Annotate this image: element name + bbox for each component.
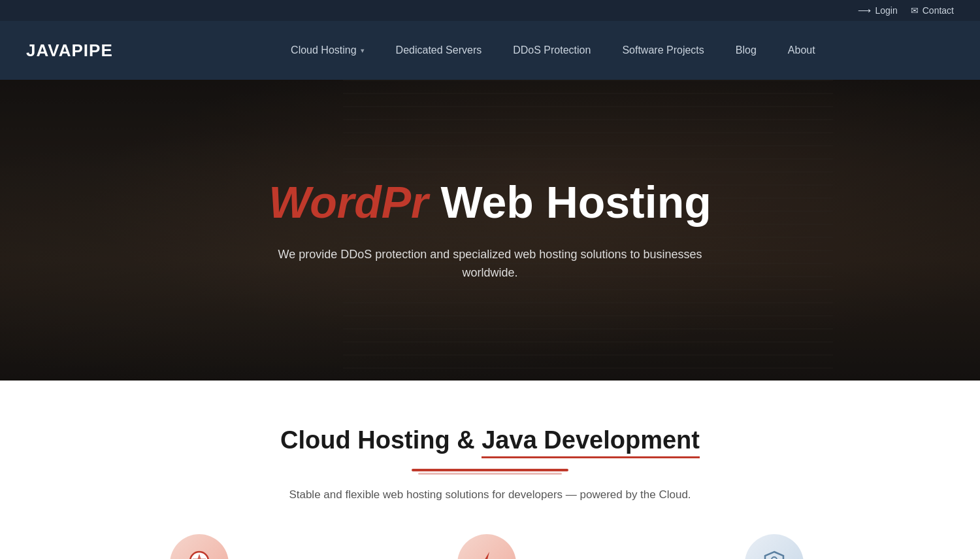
section-title: Cloud Hosting & Java Development	[26, 426, 954, 454]
award-icon	[184, 548, 215, 559]
svg-rect-0	[412, 469, 568, 471]
title-underline-decoration	[405, 467, 575, 477]
nav-about[interactable]: About	[772, 21, 831, 80]
nav-software-projects-label: Software Projects	[622, 44, 704, 56]
section-title-main: Cloud Hosting &	[280, 426, 482, 454]
shield-icon	[759, 548, 790, 559]
hero-title: WordPr Web Hosting	[261, 178, 719, 227]
hero-content: WordPr Web Hosting We provide DDoS prote…	[248, 178, 732, 282]
hero-section: WordPr Web Hosting We provide DDoS prote…	[0, 80, 980, 381]
nav-dedicated-servers-label: Dedicated Servers	[396, 44, 482, 56]
login-link[interactable]: ⟶ Login	[858, 5, 897, 16]
nav-dedicated-servers[interactable]: Dedicated Servers	[380, 21, 498, 80]
svg-rect-1	[418, 473, 562, 475]
card-2-icon	[457, 534, 516, 559]
nav-cloud-hosting[interactable]: Cloud Hosting	[275, 21, 380, 80]
hosting-section: Cloud Hosting & Java Development Stable …	[0, 381, 980, 559]
card-1	[170, 534, 235, 559]
top-bar: ⟶ Login ✉ Contact	[0, 0, 980, 21]
card-1-icon	[170, 534, 229, 559]
section-subtitle: Stable and flexible web hosting solution…	[26, 488, 954, 501]
cloud-hosting-chevron-icon	[361, 46, 365, 55]
hero-subtitle: We provide DDoS protection and specializ…	[261, 245, 719, 283]
main-nav: Cloud Hosting Dedicated Servers DDoS Pro…	[152, 21, 954, 80]
nav-blog[interactable]: Blog	[720, 21, 772, 80]
nav-software-projects[interactable]: Software Projects	[606, 21, 719, 80]
nav-ddos-protection-label: DDoS Protection	[513, 44, 591, 56]
contact-link[interactable]: ✉ Contact	[911, 5, 954, 16]
login-label: Login	[875, 5, 897, 16]
hero-title-main: Web Hosting	[429, 177, 711, 227]
contact-label: Contact	[923, 5, 954, 16]
nav-cloud-hosting-label: Cloud Hosting	[291, 44, 357, 56]
svg-marker-6	[482, 552, 492, 559]
card-3	[745, 534, 810, 559]
contact-icon: ✉	[911, 5, 919, 16]
cards-row	[26, 534, 954, 559]
section-title-link[interactable]: Java Development	[482, 426, 700, 458]
nav-blog-label: Blog	[736, 44, 757, 56]
login-icon: ⟶	[858, 5, 871, 16]
power-icon	[471, 548, 502, 559]
logo[interactable]: JAVAPIPE	[26, 41, 113, 61]
hero-title-accent: WordPr	[269, 177, 428, 227]
nav-ddos-protection[interactable]: DDoS Protection	[497, 21, 606, 80]
card-2	[457, 534, 523, 559]
card-3-icon	[745, 534, 804, 559]
nav-about-label: About	[788, 44, 815, 56]
header: JAVAPIPE Cloud Hosting Dedicated Servers…	[0, 21, 980, 80]
